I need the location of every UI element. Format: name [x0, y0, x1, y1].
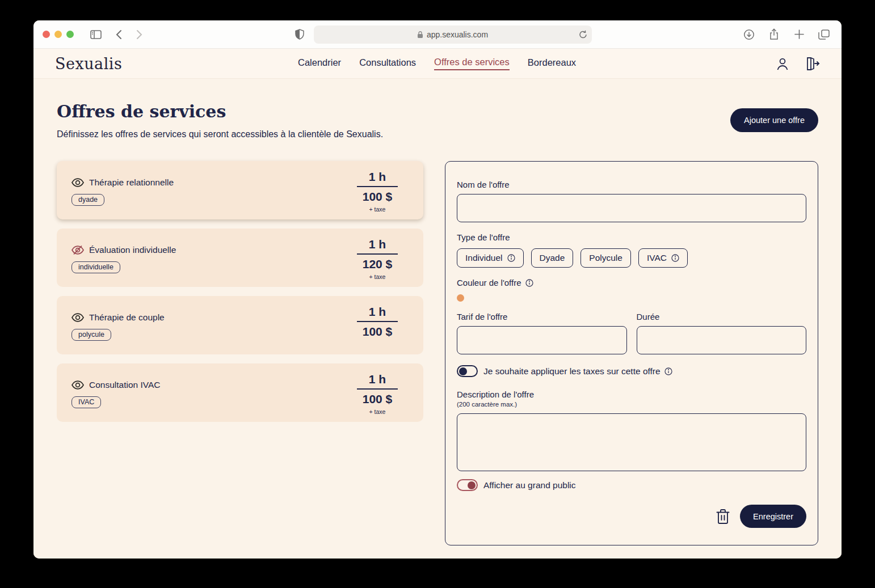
offer-price: 100 $ — [363, 325, 393, 339]
offer-duration: 1 h — [369, 238, 386, 251]
offer-type-label: Type de l'offre — [457, 232, 806, 242]
offer-tax-note: + taxe — [369, 273, 386, 280]
info-icon[interactable] — [664, 367, 672, 375]
offer-card[interactable]: Évaluation individuelle individuelle 1 h… — [57, 229, 423, 287]
offer-tag: polycule — [71, 329, 111, 341]
info-icon[interactable] — [507, 254, 515, 262]
offer-form: Nom de l'offre Type de l'offre Individue… — [445, 161, 818, 545]
nav-bordereaux[interactable]: Bordereaux — [528, 57, 576, 70]
offer-card[interactable]: Consultation IVAC IVAC 1 h 100 $ + taxe — [57, 363, 423, 422]
offer-card[interactable]: Thérapie de couple polycule 1 h 100 $ — [57, 296, 423, 354]
delete-offer-button[interactable] — [716, 509, 730, 524]
tax-toggle[interactable] — [457, 365, 478, 377]
minimize-window-button[interactable] — [54, 31, 62, 38]
offer-name: Évaluation individuelle — [89, 245, 176, 255]
offer-duration: 1 h — [369, 373, 386, 386]
offer-color-dot[interactable] — [457, 294, 464, 302]
info-icon[interactable] — [525, 279, 533, 287]
browser-window: app.sexualis.com — [33, 20, 842, 559]
offer-duration: 1 h — [369, 170, 386, 184]
offer-description-input[interactable] — [457, 413, 806, 471]
public-toggle[interactable] — [457, 479, 478, 491]
page-subtitle: Définissez les offres de services qui se… — [57, 129, 383, 139]
forward-button-icon[interactable] — [131, 26, 148, 43]
offer-color-label: Couleur de l'offre — [457, 278, 806, 287]
user-profile-icon[interactable] — [776, 57, 789, 71]
back-button-icon[interactable] — [110, 26, 127, 43]
public-toggle-label: Afficher au grand public — [483, 480, 576, 490]
offers-list: Thérapie relationnelle dyade 1 h 100 $ +… — [57, 161, 423, 422]
offer-pricing: 1 h 100 $ — [357, 305, 398, 348]
offer-price-input[interactable] — [457, 326, 627, 354]
privacy-shield-icon[interactable] — [291, 26, 308, 43]
add-offer-button[interactable]: Ajouter une offre — [730, 108, 818, 132]
nav-consultations[interactable]: Consultations — [359, 57, 416, 70]
tab-overview-icon[interactable] — [815, 26, 832, 43]
type-dyade-button[interactable]: Dyade — [531, 248, 574, 268]
eye-icon — [71, 313, 84, 322]
offer-name-input[interactable] — [457, 194, 806, 222]
offer-name: Thérapie relationnelle — [89, 177, 174, 188]
app-header: Sexualis Calendrier Consultations Offres… — [33, 49, 842, 79]
eye-icon — [71, 380, 84, 390]
save-button[interactable]: Enregistrer — [740, 505, 806, 528]
eye-off-icon — [71, 245, 84, 255]
app-logo[interactable]: Sexualis — [55, 55, 122, 73]
offer-card[interactable]: Thérapie relationnelle dyade 1 h 100 $ +… — [57, 161, 423, 219]
offer-name: Thérapie de couple — [89, 312, 165, 323]
offer-tag: IVAC — [71, 396, 101, 408]
info-icon[interactable] — [671, 254, 679, 262]
reload-icon[interactable] — [579, 30, 587, 39]
tax-toggle-label: Je souhaite appliquer les taxes sur cett… — [483, 366, 672, 377]
offer-pricing: 1 h 100 $ + taxe — [357, 373, 398, 415]
offer-duration-input[interactable] — [637, 326, 807, 354]
sidebar-toggle-icon[interactable] — [87, 26, 104, 43]
browser-toolbar: app.sexualis.com — [33, 20, 842, 49]
address-bar[interactable]: app.sexualis.com — [314, 26, 592, 44]
offer-name: Consultation IVAC — [89, 380, 161, 390]
offer-tax-note: + taxe — [369, 408, 386, 415]
main-nav: Calendrier Consultations Offres de servi… — [298, 57, 576, 70]
url-text: app.sexualis.com — [427, 30, 488, 39]
offer-name-label: Nom de l'offre — [457, 180, 806, 189]
type-individuel-button[interactable]: Individuel — [457, 248, 524, 268]
offer-tag: dyade — [71, 194, 104, 206]
offer-price-label: Tarif de l'offre — [457, 312, 627, 322]
offer-duration: 1 h — [369, 305, 386, 319]
type-polycule-button[interactable]: Polycule — [580, 248, 631, 268]
nav-offres-de-services[interactable]: Offres de services — [434, 57, 510, 70]
offer-duration-label: Durée — [637, 312, 807, 322]
lock-icon — [417, 31, 423, 39]
offer-price: 100 $ — [363, 190, 393, 204]
trash-icon — [716, 509, 730, 524]
downloads-icon[interactable] — [741, 26, 758, 43]
main-content: Offres de services Définissez les offres… — [33, 79, 842, 559]
close-window-button[interactable] — [43, 31, 50, 38]
new-tab-icon[interactable] — [790, 26, 807, 43]
offer-price: 100 $ — [363, 392, 393, 406]
offer-tax-note: + taxe — [369, 206, 386, 213]
zoom-window-button[interactable] — [66, 31, 74, 38]
type-ivac-button[interactable]: IVAC — [638, 248, 688, 268]
page-title: Offres de services — [57, 101, 383, 121]
nav-calendrier[interactable]: Calendrier — [298, 57, 341, 70]
share-icon[interactable] — [765, 26, 783, 43]
offer-description-label: Description de l'offre — [457, 390, 806, 399]
offer-pricing: 1 h 100 $ + taxe — [357, 170, 398, 213]
description-max-hint: (200 caractère max.) — [457, 401, 806, 408]
window-controls — [43, 31, 74, 38]
offer-price: 120 $ — [363, 257, 393, 271]
offer-tag: individuelle — [71, 261, 120, 273]
logout-icon[interactable] — [805, 57, 820, 71]
eye-icon — [71, 178, 84, 187]
offer-pricing: 1 h 120 $ + taxe — [357, 238, 398, 280]
